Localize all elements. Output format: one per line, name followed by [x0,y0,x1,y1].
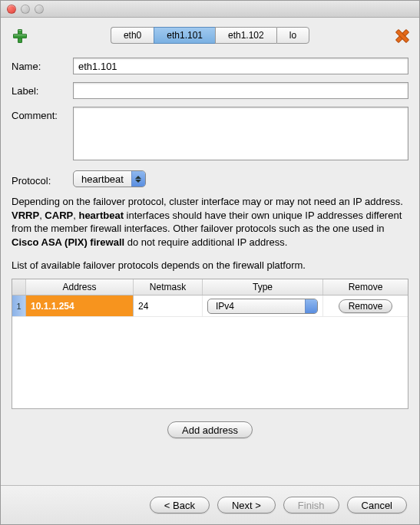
titlebar [1,1,419,18]
content-area: eth0 eth1.101 eth1.102 lo Name: Label: [1,18,419,485]
dropdown-arrows-icon [305,299,317,313]
th-remove[interactable]: Remove [323,279,408,295]
cell-address[interactable]: 10.1.1.254 [26,296,134,316]
row-number: 1 [12,296,26,316]
cell-netmask[interactable]: 24 [134,296,203,316]
interface-form: Name: Label: Comment: Protocol: [12,58,408,443]
back-button[interactable]: < Back [150,497,210,513]
window-zoom-button[interactable] [35,5,44,14]
delete-icon [395,29,407,41]
protocol-label: Protocol: [12,172,73,187]
name-label: Name: [12,58,73,72]
tab-eth1-101[interactable]: eth1.101 [154,27,215,44]
protocol-help-text: Depending on the failover protocol, clus… [12,195,408,249]
label-label: Label: [12,82,73,97]
delete-interface-button[interactable] [393,28,408,43]
plus-icon [13,29,25,41]
comment-label: Comment: [12,107,73,121]
protocol-platform-note: List of available failover protocols dep… [12,259,408,271]
dropdown-arrows-icon [131,171,145,187]
tab-lo[interactable]: lo [276,27,309,44]
window-close-button[interactable] [7,5,16,14]
th-rownum [12,279,26,295]
remove-button[interactable]: Remove [339,299,393,313]
interface-tabs: eth0 eth1.101 eth1.102 lo [27,27,393,44]
type-select-value: IPv4 [216,301,234,312]
protocol-select-value: heartbeat [81,173,124,185]
protocol-select[interactable]: heartbeat [73,170,146,187]
finish-button: Finish [283,497,339,513]
cell-type: IPv4 [203,296,323,316]
name-input[interactable] [73,58,408,74]
cell-remove: Remove [323,296,408,316]
wizard-footer: < Back Next > Finish Cancel [1,485,419,524]
cancel-button[interactable]: Cancel [347,497,407,513]
type-select[interactable]: IPv4 [207,299,318,314]
add-address-button[interactable]: Add address [167,421,253,438]
address-table: Address Netmask Type Remove 1 10.1.1.254… [12,279,408,409]
dialog-window: eth0 eth1.101 eth1.102 lo Name: Label: [0,0,420,525]
th-netmask[interactable]: Netmask [134,279,203,295]
comment-textarea[interactable] [73,107,408,160]
th-address[interactable]: Address [26,279,134,295]
table-row[interactable]: 1 10.1.1.254 24 IPv4 Remove [12,296,408,317]
tab-eth0[interactable]: eth0 [111,27,154,44]
label-input[interactable] [73,82,408,99]
tab-eth1-102[interactable]: eth1.102 [215,27,276,44]
add-interface-button[interactable] [12,28,27,43]
th-type[interactable]: Type [203,279,323,295]
interface-tab-row: eth0 eth1.101 eth1.102 lo [12,27,408,44]
table-header: Address Netmask Type Remove [12,279,408,296]
window-minimize-button[interactable] [21,5,30,14]
next-button[interactable]: Next > [217,497,276,513]
